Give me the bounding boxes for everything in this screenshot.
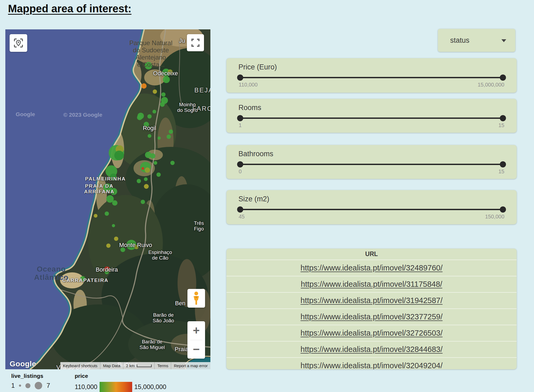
listing-marker[interactable] [114,151,124,160]
listing-link[interactable]: https://www.idealista.pt/imovel/32049204… [301,361,443,369]
listing-marker[interactable] [137,115,142,120]
slider-track[interactable] [239,164,504,165]
listing-link[interactable]: https://www.idealista.pt/imovel/32377259… [301,312,443,321]
listing-link[interactable]: https://www.idealista.pt/imovel/31175848… [301,280,442,289]
listing-marker[interactable] [80,276,85,281]
zoom-out-button[interactable]: − [187,340,205,359]
attribution-keyboard-shortcuts[interactable]: Keyboard shortcuts [60,362,100,369]
url-row: https://www.idealista.pt/imovel/32844683… [226,341,517,357]
listing-link[interactable]: https://www.idealista.pt/imovel/32844683… [301,345,443,354]
satellite-map[interactable]: Parque Natural do Sudoeste Alentejano e … [5,29,210,369]
zoom-in-button[interactable]: + [187,321,205,340]
fullscreen-button[interactable] [187,34,204,51]
listing-marker[interactable] [110,174,117,181]
url-row: https://www.idealista.pt/imovel/32489760… [226,260,517,276]
listing-marker[interactable] [158,136,161,140]
slider-handle-min[interactable] [237,115,243,121]
listing-marker[interactable] [145,167,150,173]
listing-marker[interactable] [144,184,149,189]
listing-marker[interactable] [145,62,152,69]
legend-size-min: 1 [11,382,15,389]
listing-marker[interactable] [120,247,125,252]
attribution-terms[interactable]: Terms [154,362,171,369]
attribution-report-a-map-error[interactable]: Report a map error [171,362,210,369]
listing-link[interactable]: https://www.idealista.pt/imovel/32726503… [301,329,443,338]
slider-min-label: 45 [239,214,245,220]
listing-marker[interactable] [94,214,97,218]
listing-marker[interactable] [154,161,157,165]
listing-marker[interactable] [144,177,148,181]
listing-marker[interactable] [170,161,175,165]
pegman-icon [191,291,201,305]
slider-card-bathrooms: Bathrooms015 [226,145,517,179]
status-dropdown-label: status [450,29,469,52]
listing-marker[interactable] [144,122,149,127]
slider-handle-max[interactable] [500,161,506,167]
slider-track[interactable] [239,117,504,119]
fullscreen-icon [191,38,200,47]
status-dropdown[interactable]: status [438,29,515,52]
legend-price: price 110,000 15,000,000 [75,373,166,392]
listing-marker[interactable] [167,69,173,75]
listing-marker[interactable] [110,188,117,195]
listing-marker[interactable] [163,76,170,83]
listing-marker[interactable] [150,153,155,159]
listing-marker[interactable] [141,83,147,89]
slider-label: Rooms [238,104,261,112]
listing-marker[interactable] [153,89,157,94]
slider-handle-min[interactable] [237,206,243,213]
listing-link[interactable]: https://www.idealista.pt/imovel/32489760… [301,264,443,272]
attribution-label: Map Data [103,363,120,368]
listing-link[interactable]: https://www.idealista.pt/imovel/31942587… [301,296,443,305]
attribution-label: Report a map error [174,363,208,368]
map-attribution-bar: Keyboard shortcutsMap Data2 kmTermsRepor… [60,362,210,369]
listing-marker[interactable] [112,224,115,227]
listing-marker[interactable] [167,135,171,139]
listing-marker[interactable] [161,92,166,97]
listing-marker[interactable] [147,114,152,119]
page-title: Mapped area of interest: [8,3,131,15]
google-logo[interactable]: Google [10,360,36,368]
url-table: URL https://www.idealista.pt/imovel/3248… [226,249,517,369]
slider-min-label: 110,000 [239,82,258,88]
slider-track[interactable] [239,209,504,210]
listing-marker[interactable] [114,237,118,241]
scale-ruler-icon [137,364,152,367]
listing-marker[interactable] [148,134,151,138]
legend-price-max: 15,000,000 [134,383,166,391]
slider-handle-max[interactable] [500,75,506,81]
url-row: https://www.idealista.pt/imovel/32726503… [226,325,517,341]
slider-handle-min[interactable] [237,75,243,81]
pegman-button[interactable] [187,289,205,308]
url-row: https://www.idealista.pt/imovel/32049204… [226,357,517,369]
listing-marker[interactable] [152,110,156,113]
listing-marker[interactable] [141,200,145,204]
slider-handle-max[interactable] [500,206,506,213]
slider-card-price: Price (Euro)110,00015,000,000 [226,58,517,93]
listing-marker[interactable] [134,245,139,249]
zoom-control: + − [187,321,205,359]
slider-handle-min[interactable] [237,161,243,167]
listing-marker[interactable] [112,200,117,206]
attribution-map-data[interactable]: Map Data [100,362,123,369]
listing-marker[interactable] [137,179,141,183]
attribution-label: 2 km [126,363,135,368]
slider-handle-max[interactable] [500,115,506,121]
listing-marker[interactable] [105,270,109,274]
attribution-label: Terms [157,363,168,368]
slider-card-size: Size (m2)45150,000 [226,190,517,224]
listing-marker[interactable] [105,211,109,216]
attribution-label: Keyboard shortcuts [63,363,97,368]
slider-label: Bathrooms [238,150,273,158]
slider-track[interactable] [239,77,504,78]
listing-marker[interactable] [169,130,173,134]
listing-marker[interactable] [106,244,111,248]
listing-marker[interactable] [160,102,165,107]
url-table-rows: https://www.idealista.pt/imovel/32489760… [226,260,517,369]
url-row: https://www.idealista.pt/imovel/32377259… [226,308,517,325]
listing-marker[interactable] [142,167,144,170]
locate-area-button[interactable] [10,34,27,52]
listing-marker[interactable] [156,173,161,177]
legend-price-min: 110,000 [75,383,97,391]
location-scan-icon [13,38,24,48]
